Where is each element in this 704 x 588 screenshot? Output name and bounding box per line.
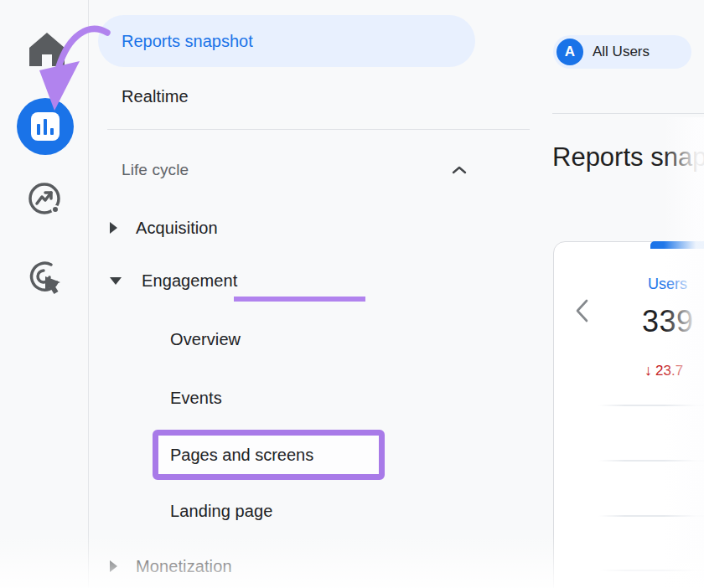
sidebar-item-label: Realtime: [122, 87, 189, 106]
metric-tab-users[interactable]: Users: [648, 276, 687, 293]
sidebar-item-label: Overview: [170, 330, 241, 349]
sidebar-item-engagement[interactable]: Engagement: [110, 268, 237, 293]
chevron-up-icon: [452, 161, 467, 179]
sidebar-item-label: Landing page: [170, 502, 272, 521]
sidebar-item-events[interactable]: Events: [170, 385, 222, 410]
metric-change-value: 23.7: [655, 363, 683, 379]
sidebar-item-label: Events: [170, 389, 222, 408]
sidebar-item-label: Reports snapshot: [122, 32, 253, 51]
chevron-left-icon: [572, 312, 591, 327]
sidebar-item-label: Pages and screens: [170, 446, 313, 465]
reports-bar-chart-icon: [31, 112, 60, 141]
expand-triangle-icon: [110, 222, 117, 234]
home-nav-button[interactable]: [28, 30, 66, 69]
previous-metric-button[interactable]: [572, 297, 594, 326]
chart-gridline: [598, 405, 704, 406]
sidebar-item-pages-and-screens[interactable]: Pages and screens: [153, 430, 385, 480]
sidebar-item-landing-page[interactable]: Landing page: [170, 498, 272, 524]
reports-sidenav: Reports snapshot Realtime Life cycle Acq…: [90, 0, 546, 588]
audience-chip-label: All Users: [593, 44, 650, 60]
main-content: A All Users Reports snapshot Users 339 ↓…: [546, 0, 704, 588]
advertising-icon: [26, 286, 65, 300]
audience-avatar: A: [556, 39, 583, 65]
annotation-underline: [234, 297, 365, 302]
metric-value: 339: [642, 304, 694, 339]
collapse-triangle-icon: [110, 277, 122, 285]
active-tab-indicator: [650, 241, 704, 249]
sidebar-item-label: Acquisition: [136, 219, 218, 238]
header-divider: [552, 113, 704, 114]
sidebar-item-monetization[interactable]: Monetization: [110, 554, 232, 579]
sidebar-divider: [107, 129, 530, 130]
arrow-down-icon: ↓: [644, 362, 652, 379]
page-title: Reports snapshot: [552, 142, 704, 173]
sidebar-section-life-cycle[interactable]: Life cycle: [122, 157, 467, 183]
chart-gridline: [598, 515, 704, 517]
sidebar-item-reports-snapshot[interactable]: Reports snapshot: [98, 15, 475, 67]
expand-triangle-icon: [110, 560, 117, 572]
audience-comparison-chip[interactable]: A All Users: [553, 35, 691, 69]
snapshot-summary-card: Users 339 ↓ 23.7: [553, 241, 704, 588]
section-label: Life cycle: [122, 161, 189, 179]
sidebar-item-realtime[interactable]: Realtime: [122, 84, 189, 109]
explore-icon: [26, 208, 65, 222]
sidebar-item-label: Engagement: [142, 271, 237, 291]
sidebar-item-acquisition[interactable]: Acquisition: [110, 215, 218, 240]
chart-gridline: [598, 460, 704, 462]
metric-change: ↓ 23.7: [644, 362, 683, 379]
sidebar-item-label: Monetization: [136, 557, 232, 576]
left-rail: [0, 0, 89, 588]
explore-nav-button[interactable]: [26, 181, 65, 219]
ga4-reports-screen: Reports snapshot Realtime Life cycle Acq…: [0, 0, 704, 588]
chart-gridline: [598, 570, 704, 571]
reports-nav-button[interactable]: [17, 98, 74, 155]
sidebar-item-overview[interactable]: Overview: [170, 327, 241, 352]
advertising-nav-button[interactable]: [26, 259, 65, 297]
home-icon: [28, 57, 66, 71]
